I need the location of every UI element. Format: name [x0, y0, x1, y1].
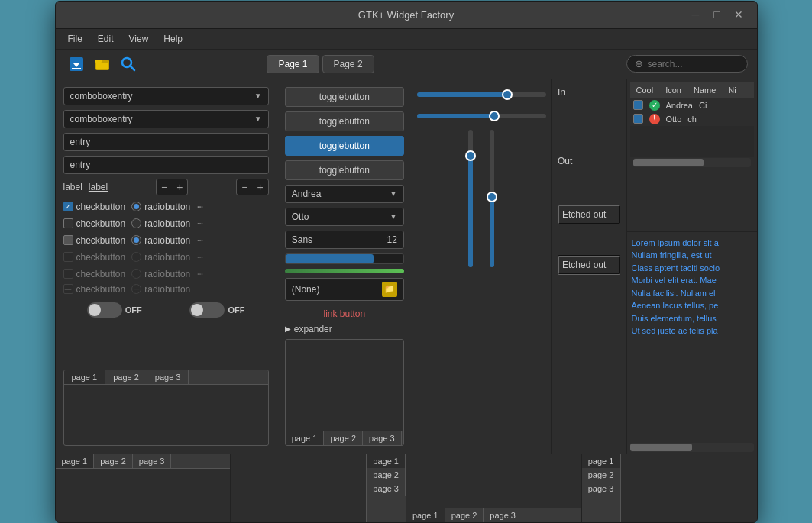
- togglebutton-3[interactable]: togglebutton: [285, 136, 404, 156]
- search-input[interactable]: [648, 59, 739, 69]
- bn2-tab-3[interactable]: page 3: [367, 482, 406, 496]
- toggle-track-1[interactable]: [87, 302, 122, 318]
- label-2: label: [89, 182, 108, 192]
- radiobutton-6: ─ radiobutton: [131, 284, 190, 295]
- nb-content-left: [64, 385, 268, 438]
- checkbutton-3[interactable]: ─ checkbutton: [63, 235, 126, 246]
- entry-field-2[interactable]: entry: [63, 156, 269, 174]
- bn3-tab-3[interactable]: page 3: [484, 508, 522, 522]
- toggle-switch-1: OFF: [87, 302, 142, 318]
- combo-arrow-2: ▼: [254, 115, 262, 123]
- main-window: GTK+ Widget Factory ─ □ ✕ File Edit View…: [55, 1, 758, 523]
- spin-plus-btn[interactable]: +: [172, 179, 187, 195]
- combo-arrow-1: ▼: [254, 92, 262, 100]
- hscale-1[interactable]: [417, 87, 546, 102]
- bn1-tab-2[interactable]: page 2: [94, 454, 133, 468]
- checkbutton-label-2: checkbutton: [76, 218, 126, 229]
- menu-view[interactable]: View: [126, 32, 152, 46]
- middle-panel: togglebutton togglebutton togglebutton t…: [277, 79, 412, 454]
- checkbutton-label-3: checkbutton: [76, 235, 126, 246]
- radiobutton-3[interactable]: radiobutton: [131, 235, 190, 246]
- checkbutton-2[interactable]: checkbutton: [63, 218, 126, 229]
- tree-hscrollbar[interactable]: [633, 158, 751, 167]
- entry-field-1[interactable]: entry: [63, 133, 269, 151]
- progress-bar: [285, 253, 404, 264]
- bn1-tab-3[interactable]: page 3: [133, 454, 172, 468]
- font-chooser[interactable]: Sans 12: [285, 231, 404, 249]
- titlebar-controls: ─ □ ✕: [687, 5, 748, 24]
- spin-minus-btn[interactable]: −: [157, 179, 172, 195]
- tree-col-cool: Cool: [633, 84, 657, 96]
- window-title: GTK+ Widget Factory: [358, 9, 454, 21]
- search-button[interactable]: [117, 53, 140, 76]
- minimize-button[interactable]: ─: [687, 5, 705, 24]
- etched-out-box-1: Etched out: [558, 205, 620, 224]
- menu-edit[interactable]: Edit: [95, 32, 117, 46]
- toggle-thumb-1: [89, 304, 101, 316]
- bn3-tab-2[interactable]: page 2: [445, 508, 484, 522]
- tree-ni-2: ch: [687, 115, 697, 124]
- radiobutton-1[interactable]: radiobutton: [131, 202, 190, 212]
- link-button[interactable]: link button: [323, 308, 365, 319]
- nb-tab-2[interactable]: page 2: [105, 370, 147, 384]
- toggle-track-2[interactable]: [189, 302, 225, 318]
- open-button[interactable]: [91, 53, 114, 76]
- hscale-track-2: [417, 114, 546, 118]
- nb-tabs-left: page 1 page 2 page 3: [64, 370, 268, 385]
- nb-mid-tab-1[interactable]: page 1: [286, 431, 325, 445]
- svg-rect-6: [96, 63, 108, 69]
- table-row-1[interactable]: ✓ Andrea Ci: [630, 98, 754, 112]
- bn2-tab-2[interactable]: page 2: [367, 468, 406, 482]
- tree-name-2: Otto: [666, 115, 682, 124]
- tab-page2[interactable]: Page 2: [322, 55, 374, 73]
- nb-mid-tab-2[interactable]: page 2: [324, 431, 363, 445]
- toggle-label-1: OFF: [125, 305, 142, 315]
- checkbutton-label-5: checkbutton: [76, 269, 126, 279]
- dropdown-otto[interactable]: Otto ▼: [285, 208, 404, 226]
- checkbox-3: ─: [63, 235, 73, 245]
- tab-page1[interactable]: Page 1: [267, 55, 319, 73]
- text-view[interactable]: Lorem ipsum dolor sit a Nullam fringilla…: [627, 232, 757, 441]
- bn4-tab-1[interactable]: page 1: [582, 454, 621, 468]
- nb-mid-tab-3[interactable]: page 3: [363, 431, 402, 445]
- bn3-tab-1[interactable]: page 1: [406, 508, 445, 522]
- checkbutton-1[interactable]: ✓ checkbutton: [63, 202, 126, 212]
- progress-bar-fill: [286, 254, 374, 263]
- menu-help[interactable]: Help: [160, 32, 186, 46]
- spin2-plus-btn[interactable]: +: [253, 179, 268, 195]
- maximize-button[interactable]: □: [708, 5, 726, 24]
- expander-row[interactable]: ▶ expander: [285, 324, 404, 334]
- radiobutton-label-3: radiobutton: [144, 235, 190, 246]
- nb-tab-3[interactable]: page 3: [147, 370, 189, 384]
- vscale-1[interactable]: [463, 130, 478, 267]
- menu-file[interactable]: File: [65, 32, 86, 46]
- combobox-entry-2[interactable]: comboboxentry ▼: [63, 110, 269, 128]
- radiobutton-2[interactable]: radiobutton: [131, 218, 190, 229]
- bn4-tab-2[interactable]: page 2: [582, 468, 621, 482]
- file-chooser[interactable]: (None) 📁: [285, 278, 404, 301]
- download-button[interactable]: [65, 53, 88, 76]
- bn1-tab-1[interactable]: page 1: [56, 454, 95, 468]
- vscale-thumb-2: [487, 192, 497, 202]
- vscale-2[interactable]: [484, 130, 500, 267]
- etched-spacer: [558, 231, 620, 246]
- tree-col-ni: Ni: [725, 84, 739, 96]
- bottom-notebook-left: page 1 page 2 page 3: [63, 370, 269, 446]
- hscale-2[interactable]: [417, 108, 546, 124]
- combobox-entry-1[interactable]: comboboxentry ▼: [63, 87, 269, 105]
- togglebutton-2[interactable]: togglebutton: [285, 111, 404, 131]
- togglebutton-1[interactable]: togglebutton: [285, 87, 404, 107]
- close-button[interactable]: ✕: [730, 5, 748, 24]
- bn2-tab-1[interactable]: page 1: [367, 454, 406, 468]
- dropdown-andrea[interactable]: Andrea ▼: [285, 185, 404, 203]
- togglebutton-4[interactable]: togglebutton: [285, 160, 404, 180]
- nb-tab-1[interactable]: page 1: [64, 370, 106, 384]
- bn4-tab-3[interactable]: page 3: [582, 482, 621, 496]
- tree-name-1: Andrea: [666, 101, 693, 110]
- dropdown-otto-arrow: ▼: [390, 212, 397, 221]
- radiobutton-5: radiobutton: [131, 269, 190, 279]
- text-hscrollbar[interactable]: [630, 443, 754, 452]
- spin2-minus-btn[interactable]: −: [237, 179, 252, 195]
- table-row-2[interactable]: ! Otto ch: [630, 112, 754, 126]
- vscale-track-1: [468, 130, 473, 267]
